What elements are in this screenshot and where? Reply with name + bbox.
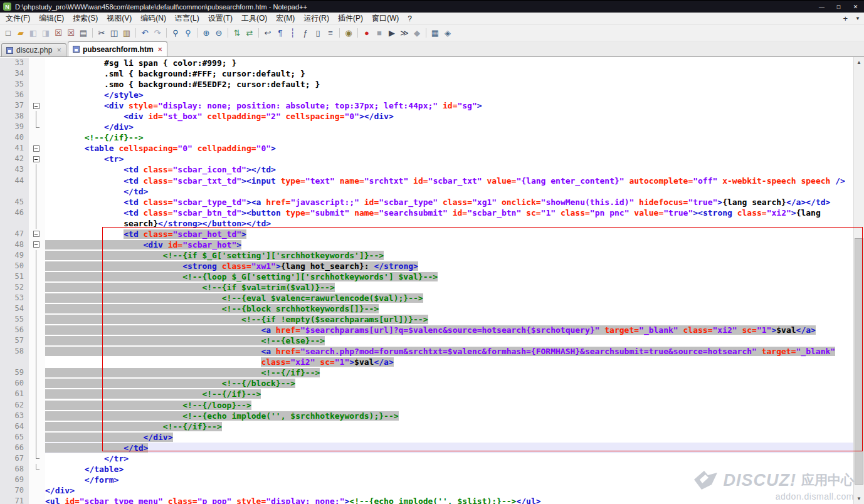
code-line[interactable]: <div id="scbar_hot">	[45, 239, 853, 250]
code-line[interactable]: </tr>	[45, 453, 853, 464]
zoom-in-icon[interactable]: ⊕	[201, 28, 212, 39]
function-list-icon[interactable]: ƒ	[300, 28, 311, 39]
code-line[interactable]: <a href="search.php?mod=forum&srchtxt=$v…	[45, 346, 853, 357]
copy-icon[interactable]: ◫	[108, 28, 120, 39]
code-line[interactable]: <!--{loop $_G['setting']['srchhotkeyword…	[45, 271, 853, 282]
plugin-grid-icon[interactable]: ▦	[429, 28, 441, 39]
code-line[interactable]: <strong class="xw1">{lang hot_search}: <…	[45, 261, 853, 271]
code-line[interactable]: <table cellspacing="0" cellpadding="0">	[45, 143, 853, 154]
code-line[interactable]: <a href="$searchparams[url]?q=$valenc&so…	[45, 325, 853, 335]
menu-item-3[interactable]: 视图(V)	[102, 13, 136, 24]
code-line[interactable]: </td>	[45, 186, 853, 197]
indent-guide-icon[interactable]: ┆	[287, 28, 298, 39]
new-file-icon[interactable]: □	[3, 28, 14, 39]
sync-vertical-scrolling-icon[interactable]: ⇅	[231, 28, 243, 39]
save-icon[interactable]: ◧	[28, 28, 39, 39]
paste-icon[interactable]: ▥	[121, 28, 132, 39]
code-line[interactable]: .sml { background:#FFF; cursor:default; …	[45, 68, 853, 79]
redo-icon[interactable]: ↷	[152, 28, 163, 39]
code-line[interactable]: </style>	[45, 90, 853, 100]
fold-toggle-icon[interactable]	[29, 229, 45, 239]
sync-horizontal-scrolling-icon[interactable]: ⇄	[244, 28, 255, 39]
code-line[interactable]: <!--{eval $valenc=rawurlencode($val);}--…	[45, 293, 853, 303]
code-line[interactable]: <!--{/loop}-->	[45, 400, 853, 411]
tab-close-icon[interactable]: ✕	[158, 46, 163, 53]
find-icon[interactable]: ⚲	[170, 28, 181, 39]
editor-rows[interactable]: 33 #sg li span { color:#999; }34 .sml { …	[0, 57, 853, 504]
code-line[interactable]: class="xi2" sc="1">$val</a>	[45, 357, 853, 367]
monitoring-icon[interactable]: ◉	[343, 28, 354, 39]
stop-recording-icon[interactable]: ■	[374, 28, 385, 39]
save-recorded-macro-icon[interactable]: ◆	[411, 28, 423, 39]
save-all-icon[interactable]: ◨	[40, 28, 51, 39]
scroll-up-arrow-icon[interactable]: ▲	[854, 57, 864, 68]
menu-item-2[interactable]: 搜索(S)	[68, 13, 102, 24]
code-line[interactable]: <!--{if !empty($searchparams[url])}-->	[45, 314, 853, 325]
code-line[interactable]: <!--{echo implode('', $srchhotkeywords);…	[45, 411, 853, 421]
maximize-button[interactable]: □	[830, 1, 847, 13]
tab-list-dropdown-icon[interactable]: ▼	[855, 16, 860, 21]
minimize-button[interactable]: —	[813, 1, 830, 13]
fold-toggle-icon[interactable]	[29, 239, 45, 250]
new-tab-plus-icon[interactable]: +	[843, 14, 848, 23]
menu-item-11[interactable]: 窗口(W)	[367, 13, 403, 24]
code-line[interactable]: <!--{if $val=trim($val)}-->	[45, 282, 853, 293]
close-all-icon[interactable]: ☒	[65, 28, 76, 39]
print-icon[interactable]: ▤	[78, 28, 89, 39]
vertical-scrollbar[interactable]: ▲ ▼	[853, 57, 864, 504]
scroll-down-arrow-icon[interactable]: ▼	[854, 493, 864, 504]
code-line[interactable]: <div id="st_box" cellpadding="2" cellspa…	[45, 111, 853, 122]
run-macro-multiple-times-icon[interactable]: ≫	[399, 28, 410, 39]
scroll-track[interactable]	[854, 68, 864, 493]
menu-item-4[interactable]: 编码(N)	[136, 13, 171, 24]
menu-item-10[interactable]: 插件(P)	[334, 13, 367, 24]
code-line[interactable]: #sg li span { color:#999; }	[45, 58, 853, 68]
undo-icon[interactable]: ↶	[139, 28, 150, 39]
menu-item-12[interactable]: ?	[403, 14, 416, 24]
menu-item-5[interactable]: 语言(L)	[171, 13, 204, 24]
scroll-thumb[interactable]	[855, 238, 863, 485]
menu-item-8[interactable]: 宏(M)	[271, 13, 299, 24]
code-line[interactable]: <!--{if $_G['setting']['srchhotkeywords'…	[45, 250, 853, 261]
menu-item-9[interactable]: 运行(R)	[299, 13, 334, 24]
replace-icon[interactable]: ⚲	[182, 28, 194, 39]
code-line[interactable]: <!--{/if}-->	[45, 389, 853, 399]
code-line[interactable]: <!--{/if}-->	[45, 421, 853, 432]
fold-toggle-icon[interactable]	[29, 154, 45, 164]
code-line[interactable]: </div>	[45, 122, 853, 132]
fold-toggle-icon[interactable]	[29, 100, 45, 111]
document-map-icon[interactable]: ▯	[312, 28, 324, 39]
cut-icon[interactable]: ✂	[96, 28, 107, 39]
code-line[interactable]: <td class="scbar_type_td"><a href="javas…	[45, 197, 853, 207]
tab-discuz-php[interactable]: discuz.php✕	[1, 43, 66, 56]
code-line[interactable]: <td class="scbar_icon_td"></td>	[45, 164, 853, 175]
code-line[interactable]: <!--{else}-->	[45, 335, 853, 346]
zoom-out-icon[interactable]: ⊖	[213, 28, 224, 39]
code-line[interactable]: <!--{block srchhotkeywords[]}-->	[45, 303, 853, 314]
menu-item-6[interactable]: 设置(T)	[204, 13, 237, 24]
code-line[interactable]: </td>	[45, 443, 853, 453]
code-line[interactable]: search}</strong></button></td>	[45, 218, 853, 229]
code-line[interactable]: <td class="scbar_btn_td"><button type="s…	[45, 207, 853, 218]
word-wrap-icon[interactable]: ↩	[262, 28, 273, 39]
menu-item-7[interactable]: 工具(O)	[237, 13, 271, 24]
code-line[interactable]: <!--{/if}-->	[45, 367, 853, 378]
code-line[interactable]: <tr>	[45, 154, 853, 164]
tab-close-icon[interactable]: ✕	[56, 47, 61, 53]
show-all-characters-icon[interactable]: ¶	[275, 28, 286, 39]
code-line[interactable]: <!--{/block}-->	[45, 378, 853, 389]
menu-item-1[interactable]: 编辑(E)	[34, 13, 68, 24]
open-folder-icon[interactable]: ▰	[15, 28, 26, 39]
playback-macro-icon[interactable]: ▶	[386, 28, 398, 39]
notepadpp-logo-icon[interactable]	[3, 3, 11, 11]
tab-pubsearchform-htm[interactable]: pubsearchform.htm✕	[68, 41, 167, 56]
plugin-doc-icon[interactable]: ◈	[442, 28, 453, 39]
close-button[interactable]: ✕	[847, 1, 864, 13]
code-line[interactable]: <td class="scbar_txt_td"><input type="te…	[45, 176, 853, 186]
code-line[interactable]: <td class="scbar_hot_td">	[45, 229, 853, 239]
document-list-icon[interactable]: ≡	[325, 28, 336, 39]
code-line[interactable]: <!--{/if}-->	[45, 132, 853, 143]
record-macro-icon[interactable]: ●	[361, 28, 372, 39]
fold-toggle-icon[interactable]	[29, 143, 45, 154]
menu-item-0[interactable]: 文件(F)	[1, 13, 34, 24]
